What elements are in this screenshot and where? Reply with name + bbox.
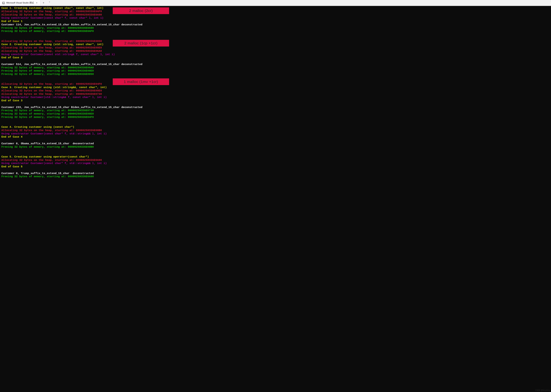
console-line: Case 1. Creating customer using (const c… bbox=[1, 7, 550, 10]
console-line bbox=[1, 36, 550, 40]
console-line bbox=[1, 60, 550, 63]
console-line bbox=[1, 76, 550, 79]
console-line: Using constructor Customer(std::string&&… bbox=[1, 96, 550, 99]
console-line bbox=[1, 139, 550, 142]
console-line: Allocating 32 bytes on the heap, startin… bbox=[1, 83, 550, 86]
watermark: CSDN @Morphing bbox=[535, 389, 550, 391]
console-line: Allocating 32 bytes on the heap, startin… bbox=[1, 46, 550, 50]
tab-dropdown-button[interactable]: ˅ bbox=[47, 0, 52, 6]
console-line: Allocating 32 bytes on the heap, startin… bbox=[1, 129, 550, 132]
console-line bbox=[1, 122, 550, 126]
console-line: Freeing 32 bytes of memory, starting at:… bbox=[1, 73, 550, 76]
console-line: End of Case 2 bbox=[1, 56, 550, 60]
console-line: Using constructor Customer(const char* f… bbox=[1, 132, 550, 136]
console-line: Customer 114, Joe_suffix_to_extend_15_ch… bbox=[1, 23, 550, 27]
console-output: 2 malloc (2cr) 2 malloc (1cp +1cr) 1 mal… bbox=[0, 6, 551, 392]
console-line: Case 5. Creating customer using operator… bbox=[1, 155, 550, 159]
console-line: Allocating 32 bytes on the heap, startin… bbox=[1, 13, 550, 17]
console-line: End of Case 5 bbox=[1, 165, 550, 169]
annotation-case1: 2 malloc (2cr) bbox=[113, 7, 169, 14]
close-tab-button[interactable]: × bbox=[35, 1, 38, 5]
console-line: Customer 233, Joe_suffix_to_extend_15_ch… bbox=[1, 106, 550, 109]
console-line: Freeing 32 bytes of memory, starting at:… bbox=[1, 112, 550, 116]
console-line: Freeing 32 bytes of memory, starting at:… bbox=[1, 109, 550, 112]
console-line: Case 2. Creating customer using (std::st… bbox=[1, 43, 550, 46]
console-line: Allocating 32 bytes on the heap, startin… bbox=[1, 10, 550, 13]
console-line: Freeing 32 bytes of memory, starting at:… bbox=[1, 70, 550, 73]
console-line: End of Case 4 bbox=[1, 135, 550, 139]
console-lines: Case 1. Creating customer using (const c… bbox=[1, 7, 550, 178]
console-line bbox=[1, 103, 550, 106]
console-line: Case 3. Creating customer using (std::st… bbox=[1, 86, 550, 89]
console-line: Using constructor Customer(const char* f… bbox=[1, 17, 550, 20]
console-line: Customer 0, Trump_suffix_to_extend_15_ch… bbox=[1, 172, 550, 175]
console-line: Freeing 32 bytes of memory, starting at:… bbox=[1, 116, 550, 119]
console-line: Allocating 32 bytes on the heap, startin… bbox=[1, 89, 550, 93]
console-line: End of Case 3 bbox=[1, 99, 550, 103]
annotation-case2: 2 malloc (1cp +1cr) bbox=[113, 40, 169, 47]
console-line bbox=[1, 33, 550, 36]
console-line: Freeing 32 bytes of memory, starting at:… bbox=[1, 30, 550, 33]
new-tab-button[interactable]: + bbox=[41, 0, 47, 6]
console-line: Freeing 32 bytes of memory, starting at:… bbox=[1, 66, 550, 70]
tab-title: Microsoft Visual Studio 调试控 bbox=[6, 1, 34, 4]
console-line: Using constructor Customer(const char* f… bbox=[1, 162, 550, 165]
console-line: Allocating 32 bytes on the heap, startin… bbox=[1, 50, 550, 53]
console-line: Freeing 32 bytes of memory, starting at:… bbox=[1, 146, 550, 149]
console-line: Allocating 32 bytes on the heap, startin… bbox=[1, 159, 550, 162]
console-line: End of Case 1 bbox=[1, 20, 550, 23]
console-line: Case 4. Creating customer using (const c… bbox=[1, 126, 550, 129]
console-line: Freeing 32 bytes of memory, starting at:… bbox=[1, 27, 550, 30]
console-line bbox=[1, 169, 550, 172]
svg-rect-0 bbox=[2, 2, 5, 4]
annotation-case3: 1 malloc (1mv +1cr) bbox=[113, 78, 169, 85]
console-line: Customer 0, Obama_suffix_to_extend_15_ch… bbox=[1, 142, 550, 146]
active-tab[interactable]: Microsoft Visual Studio 调试控 × bbox=[0, 0, 41, 6]
console-line: Freeing 32 bytes of memory, starting at:… bbox=[1, 175, 550, 178]
console-line bbox=[1, 119, 550, 122]
terminal-icon bbox=[2, 2, 5, 4]
console-line bbox=[1, 152, 550, 155]
console-line bbox=[1, 149, 550, 152]
console-line bbox=[1, 79, 550, 83]
console-line: Allocating 32 bytes on the heap, startin… bbox=[1, 40, 550, 43]
titlebar: Microsoft Visual Studio 调试控 × + ˅ bbox=[0, 0, 551, 6]
console-line: Allocating 32 bytes on the heap, startin… bbox=[1, 93, 550, 96]
console-line: Using constructor Customer(const std::st… bbox=[1, 53, 550, 56]
console-line: Customer 514, Joe_suffix_to_extend_15_ch… bbox=[1, 63, 550, 66]
